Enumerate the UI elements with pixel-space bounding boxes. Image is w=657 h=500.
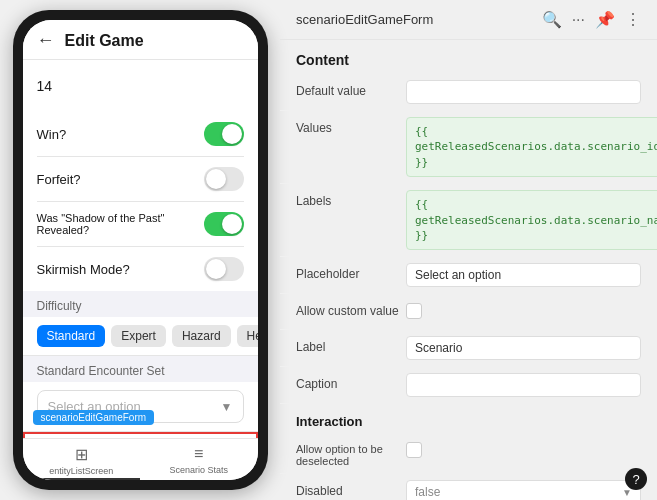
allow-deselect-label: Allow option to be deselected: [296, 439, 406, 467]
caption-row: Caption: [280, 367, 657, 404]
label-field-label: Label: [296, 336, 406, 354]
disabled-select[interactable]: false ▼: [406, 480, 641, 500]
labels-code[interactable]: {{ getReleasedScenarios.data.scenario_na…: [406, 190, 657, 250]
id-section: 14: [23, 60, 258, 112]
default-value-row: Default value: [280, 74, 657, 111]
shadow-toggle-knob: [222, 214, 242, 234]
difficulty-section-header: Difficulty: [23, 291, 258, 317]
values-label: Values: [296, 117, 406, 135]
header-actions: 🔍 ··· 📌 ⋮: [542, 10, 641, 29]
phone-frame: ← Edit Game 14 Win?: [13, 10, 268, 490]
difficulty-standard[interactable]: Standard: [37, 325, 106, 347]
difficulty-hazard[interactable]: Hazard: [172, 325, 231, 347]
skirmish-toggle[interactable]: [204, 257, 244, 281]
shadow-toggle[interactable]: [204, 212, 244, 236]
interaction-title: Interaction: [280, 404, 657, 433]
scenario-tooltip: scenarioEditGameForm: [33, 410, 155, 425]
shadow-label: Was "Shadow of the Past" Revealed?: [37, 212, 177, 236]
phone-content: 14 Win? Forfeit?: [23, 60, 258, 438]
right-panel: scenarioEditGameForm 🔍 ··· 📌 ⋮ Content D…: [280, 0, 657, 500]
nav-scenario-stats[interactable]: ≡ Scenario Stats: [140, 445, 258, 476]
placeholder-label: Placeholder: [296, 263, 406, 281]
skirmish-label: Skirmish Mode?: [37, 262, 130, 277]
skirmish-row: Skirmish Mode?: [37, 247, 244, 291]
forfeit-toggle[interactable]: [204, 167, 244, 191]
more-options-icon[interactable]: ···: [572, 11, 585, 29]
label-row: Label: [280, 330, 657, 367]
win-toggle-knob: [222, 124, 242, 144]
skirmish-toggle-knob: [206, 259, 226, 279]
help-button[interactable]: ?: [625, 468, 647, 490]
content-section-title: Content: [280, 40, 657, 74]
win-label: Win?: [37, 127, 67, 142]
phone-header: ← Edit Game: [23, 20, 258, 60]
caption-label: Caption: [296, 373, 406, 391]
overflow-icon[interactable]: ⋮: [625, 10, 641, 29]
right-header-title: scenarioEditGameForm: [296, 12, 433, 27]
phone-panel: ← Edit Game 14 Win?: [0, 0, 280, 500]
nav-active-bar: [23, 478, 141, 480]
id-value[interactable]: 14: [37, 70, 53, 102]
forfeit-label: Forfeit?: [37, 172, 81, 187]
phone-title: Edit Game: [65, 32, 144, 50]
caption-input[interactable]: [406, 373, 641, 397]
entity-list-icon: ⊞: [75, 445, 88, 464]
difficulty-heroic[interactable]: Heroic: [237, 325, 258, 347]
allow-custom-row: Allow custom value: [280, 294, 657, 330]
allow-custom-field: [406, 300, 641, 319]
difficulty-label: Difficulty: [37, 299, 82, 313]
search-icon[interactable]: 🔍: [542, 10, 562, 29]
labels-label: Labels: [296, 190, 406, 208]
encounter-section-header: Standard Encounter Set: [23, 356, 258, 382]
label-input[interactable]: [406, 336, 641, 360]
encounter-label: Standard Encounter Set: [37, 364, 165, 378]
allow-deselect-field: [406, 439, 641, 458]
disabled-field: false ▼: [406, 480, 641, 500]
phone-screen: ← Edit Game 14 Win?: [23, 20, 258, 480]
values-field: {{ getReleasedScenarios.data.scenario_id…: [406, 117, 657, 177]
id-row: 14: [37, 60, 244, 112]
caption-field: [406, 373, 641, 397]
labels-row: Labels {{ getReleasedScenarios.data.scen…: [280, 184, 657, 257]
values-code[interactable]: {{ getReleasedScenarios.data.scenario_id…: [406, 117, 657, 177]
allow-custom-label: Allow custom value: [296, 300, 406, 318]
allow-deselect-checkbox[interactable]: [406, 442, 422, 458]
difficulty-expert[interactable]: Expert: [111, 325, 166, 347]
scenario-stats-icon: ≡: [194, 445, 203, 463]
placeholder-input[interactable]: [406, 263, 641, 287]
label-field: [406, 336, 641, 360]
default-value-field: [406, 80, 641, 104]
shadow-row: Was "Shadow of the Past" Revealed?: [37, 202, 244, 247]
disabled-row: Disabled false ▼: [280, 474, 657, 500]
win-row: Win?: [37, 112, 244, 157]
nav-scenario-stats-label: Scenario Stats: [169, 465, 228, 475]
bottom-nav: ⊞ entityListScreen ≡ Scenario Stats: [23, 438, 258, 480]
forfeit-toggle-knob: [206, 169, 226, 189]
allow-custom-checkbox[interactable]: [406, 303, 422, 319]
disabled-label: Disabled: [296, 480, 406, 498]
default-value-input[interactable]: [406, 80, 641, 104]
encounter-chevron-icon: ▼: [221, 400, 233, 414]
placeholder-field: [406, 263, 641, 287]
difficulty-row: Standard Expert Hazard Heroic: [23, 317, 258, 356]
forfeit-row: Forfeit?: [37, 157, 244, 202]
placeholder-row: Placeholder: [280, 257, 657, 294]
win-toggle[interactable]: [204, 122, 244, 146]
disabled-value: false: [415, 485, 440, 499]
labels-field: {{ getReleasedScenarios.data.scenario_na…: [406, 190, 657, 250]
nav-entity-list[interactable]: ⊞ entityListScreen: [23, 445, 141, 476]
pin-icon[interactable]: 📌: [595, 10, 615, 29]
allow-deselect-row: Allow option to be deselected: [280, 433, 657, 474]
right-content: Content Default value Values {{ getRelea…: [280, 40, 657, 500]
values-row: Values {{ getReleasedScenarios.data.scen…: [280, 111, 657, 184]
right-header: scenarioEditGameForm 🔍 ··· 📌 ⋮: [280, 0, 657, 40]
win-section: Win? Forfeit? Was "Shadow of: [23, 112, 258, 291]
default-value-label: Default value: [296, 80, 406, 98]
nav-entity-list-label: entityListScreen: [49, 466, 113, 476]
back-button[interactable]: ←: [37, 30, 55, 51]
